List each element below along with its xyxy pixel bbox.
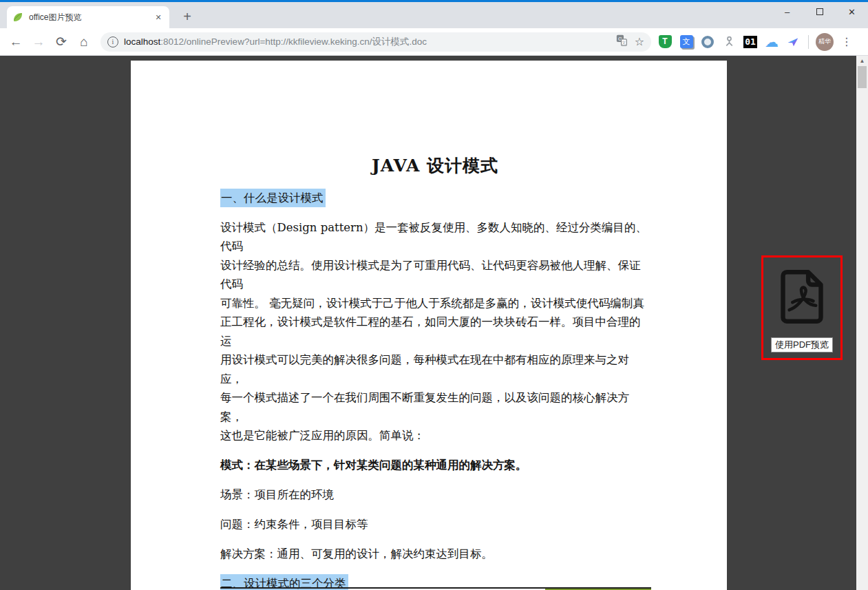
forward-icon: → [28, 32, 49, 52]
01-badge-extension-icon[interactable]: 01 [743, 36, 757, 48]
doc-block-line: 可靠性。 毫无疑问，设计模式于己于他人于系统都是多赢的，设计模式使代码编制真 [220, 294, 650, 313]
doc-block-line: 设计经验的总结。使用设计模式是为了可重用代码、让代码更容易被他人理解、保证代码 [220, 256, 650, 294]
home-icon[interactable]: ⌂ [74, 32, 94, 52]
document-body: 一、什么是设计模式设计模式（Design pattern）是一套被反复使用、多数… [220, 189, 650, 590]
close-button[interactable]: ✕ [836, 0, 868, 23]
browser-tab[interactable]: office图片预览 ✕ [7, 6, 169, 28]
page-content: JAVA 设计模式 一、什么是设计模式设计模式（Design pattern）是… [0, 56, 868, 590]
toolbar-separator [808, 35, 809, 49]
document-title: JAVA 设计模式 [220, 154, 650, 178]
extensions-area: T 文 01 ☁ [658, 35, 800, 49]
sitemap-extension-icon[interactable] [722, 35, 736, 49]
tab-title: office图片预览 [29, 12, 153, 23]
maximize-button[interactable] [803, 0, 836, 23]
doc-block-line: 这也是它能被广泛应用的原因。简单说： [220, 426, 650, 445]
translate-page-icon[interactable]: G 文 [616, 34, 628, 49]
tampermonkey-shield-icon[interactable]: T [659, 35, 672, 48]
url-bar[interactable]: i localhost:8012/onlinePreview?url=http:… [100, 32, 651, 52]
doc-block-normal: 场景：项目所在的环境 [220, 485, 650, 505]
doc-block-line: 每一个模式描述了一个在我们周围不断重复发生的问题，以及该问题的核心解决方案， [220, 388, 650, 426]
doc-block-line: 用设计模式可以完美的解决很多问题，每种模式在现在中都有相应的原理来与之对应， [220, 350, 650, 388]
browser-toolbar: ← → ⟳ ⌂ i localhost:8012/onlinePreview?u… [0, 28, 868, 56]
scrollbar-thumb[interactable] [858, 66, 867, 88]
document-page: JAVA 设计模式 一、什么是设计模式设计模式（Design pattern）是… [131, 61, 727, 590]
spring-leaf-icon [12, 12, 23, 23]
url-text[interactable]: localhost:8012/onlinePreview?url=http://… [124, 36, 609, 48]
pdf-preview-button[interactable]: 使用PDF预览 [761, 255, 843, 360]
minimize-button[interactable]: – [771, 0, 803, 23]
page-info-icon[interactable]: i [107, 36, 118, 48]
doc-block-heading: 一、什么是设计模式 [220, 189, 326, 208]
url-path: :8012/onlinePreview?url=http://kkfilevie… [160, 36, 427, 47]
tab-close-icon[interactable]: ✕ [153, 12, 164, 23]
browser-window: office图片预览 ✕ + – ✕ ← → ⟳ ⌂ i localhost:8… [0, 0, 868, 590]
document-inner: JAVA 设计模式 一、什么是设计模式设计模式（Design pattern）是… [131, 61, 727, 590]
doc-block-line: 正工程化，设计模式是软件工程的基石，如同大厦的一块块砖石一样。项目中合理的运 [220, 313, 650, 350]
reload-icon[interactable]: ⟳ [51, 32, 72, 52]
scroll-up-icon[interactable]: ▲ [856, 56, 868, 67]
doc-block-line: 设计模式（Design pattern）是一套被反复使用、多数人知晓的、经过分类… [220, 218, 650, 256]
doc-block-normal: 解决方案：通用、可复用的设计，解决约束达到目标。 [220, 545, 650, 564]
url-host: localhost [124, 36, 160, 47]
google-translate-extension-icon[interactable]: 文 [680, 35, 693, 48]
svg-text:文: 文 [622, 41, 626, 45]
profile-avatar[interactable]: 精华 [816, 33, 834, 51]
back-icon[interactable]: ← [6, 32, 26, 52]
swirl-circle-extension-icon[interactable] [701, 36, 714, 48]
doc-block-normal: 问题：约束条件，项目目标等 [220, 515, 650, 534]
tab-strip: office图片预览 ✕ + – ✕ [0, 2, 868, 28]
doc-block-bold: 模式：在某些场景下，针对某类问题的某种通用的解决方案。 [220, 456, 650, 475]
bookmark-star-icon[interactable]: ☆ [635, 35, 644, 48]
pdf-file-icon [772, 266, 832, 329]
bird-extension-icon[interactable] [786, 35, 800, 49]
pdf-preview-label: 使用PDF预览 [771, 337, 833, 352]
maximize-icon [816, 8, 823, 15]
scrollbar[interactable]: ▲ [856, 56, 868, 590]
new-tab-button[interactable]: + [178, 8, 197, 27]
browser-menu-icon[interactable]: ⋮ [840, 35, 853, 48]
cloud-extension-icon[interactable]: ☁ [765, 35, 779, 49]
window-controls: – ✕ [771, 0, 868, 23]
